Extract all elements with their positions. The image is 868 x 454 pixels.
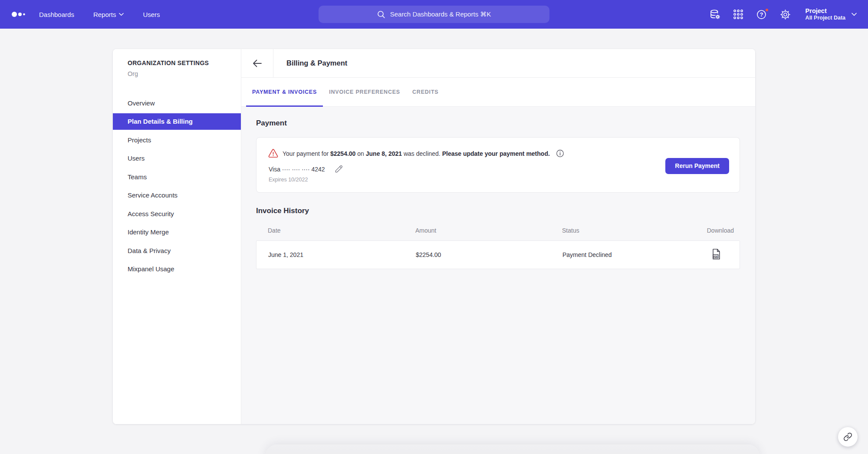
- apps-grid-icon[interactable]: [733, 9, 744, 20]
- nav-link-users-label: Users: [143, 11, 160, 18]
- nav-link-reports[interactable]: Reports: [93, 11, 124, 18]
- sidebar-item-identity-merge[interactable]: Identity Merge: [113, 224, 241, 240]
- mixpanel-logo-icon[interactable]: [11, 11, 32, 17]
- org-name: Org: [128, 70, 241, 77]
- chevron-down-icon: [852, 13, 857, 16]
- invoice-amount: $2254.00: [416, 251, 562, 258]
- tab-invoice-preferences[interactable]: INVOICE PREFERENCES: [323, 78, 406, 106]
- edit-pencil-icon[interactable]: [334, 164, 343, 174]
- invoice-table: Date Amount Status Download June 1, 2021…: [256, 220, 740, 269]
- tab-content: Payment Your payment for $2254.00 on Jun…: [241, 107, 755, 424]
- warning-text-1: Your payment for: [283, 150, 330, 157]
- card-number: Visa ···· ···· ···· 4242: [269, 166, 325, 173]
- invoice-download-cell: PDF: [686, 249, 733, 261]
- bottom-sheet-peek: [266, 444, 760, 454]
- back-arrow-icon: [253, 59, 262, 67]
- nav-link-dashboards-label: Dashboards: [39, 11, 74, 18]
- link-icon: [843, 432, 852, 441]
- chevron-down-icon: [119, 13, 124, 16]
- sidebar-item-projects[interactable]: Projects: [113, 132, 241, 148]
- payment-card: Your payment for $2254.00 on June 8, 202…: [256, 137, 740, 193]
- rerun-payment-button[interactable]: Rerun Payment: [665, 158, 729, 174]
- download-pdf-icon[interactable]: PDF: [712, 249, 720, 260]
- payment-details: Your payment for $2254.00 on June 8, 202…: [268, 149, 564, 183]
- top-nav: Dashboards Reports Users Search Dashboar…: [0, 0, 868, 29]
- sidebar-item-service-accounts[interactable]: Service Accounts: [113, 187, 241, 204]
- page-title: Billing & Payment: [273, 49, 347, 77]
- data-management-icon[interactable]: [709, 9, 721, 20]
- column-header-amount: Amount: [415, 227, 562, 234]
- project-switcher-text: Project All Project Data: [806, 7, 845, 22]
- project-value: All Project Data: [806, 15, 845, 22]
- org-settings-sidebar: ORGANIZATION SETTINGS Org Overview Plan …: [113, 49, 241, 424]
- tab-payment-invoices[interactable]: PAYMENT & INVOICES: [246, 78, 323, 106]
- sidebar-items: Overview Plan Details & Billing Projects…: [113, 95, 241, 277]
- back-button[interactable]: [241, 49, 273, 77]
- tab-credits[interactable]: CREDITS: [406, 78, 444, 106]
- warning-text-3: was declined.: [402, 150, 442, 157]
- column-header-date: Date: [268, 227, 415, 234]
- nav-link-dashboards[interactable]: Dashboards: [39, 11, 74, 18]
- search-input[interactable]: Search Dashboards & Reports ⌘K: [319, 6, 549, 23]
- sidebar-item-plan-details-billing[interactable]: Plan Details & Billing: [113, 113, 241, 130]
- nav-link-reports-label: Reports: [93, 11, 116, 18]
- sidebar-item-data-privacy[interactable]: Data & Privacy: [113, 242, 241, 259]
- nav-link-users[interactable]: Users: [143, 11, 160, 18]
- sidebar-heading: ORGANIZATION SETTINGS: [128, 59, 241, 66]
- nav-right-controls: ? Project All Project Data: [709, 0, 857, 29]
- warning-text-2: on: [355, 150, 365, 157]
- content-header: Billing & Payment: [241, 49, 755, 78]
- warning-text: Your payment for $2254.00 on June 8, 202…: [283, 150, 550, 157]
- settings-gear-icon[interactable]: [779, 9, 791, 20]
- warning-amount: $2254.00: [330, 150, 355, 157]
- column-header-download: Download: [686, 227, 734, 234]
- sidebar-item-users[interactable]: Users: [113, 150, 241, 167]
- warning-date: June 8, 2021: [366, 150, 402, 157]
- content-area: Billing & Payment PAYMENT & INVOICES INV…: [241, 49, 755, 424]
- sidebar-item-overview[interactable]: Overview: [113, 95, 241, 111]
- column-header-status: Status: [562, 227, 686, 234]
- info-icon[interactable]: [556, 149, 564, 158]
- payment-section-title: Payment: [256, 119, 740, 128]
- tab-bar: PAYMENT & INVOICES INVOICE PREFERENCES C…: [241, 78, 755, 107]
- payment-declined-warning: Your payment for $2254.00 on June 8, 202…: [268, 149, 564, 158]
- payment-method-row: Visa ···· ···· ···· 4242: [269, 164, 564, 174]
- sidebar-item-mixpanel-usage[interactable]: Mixpanel Usage: [113, 261, 241, 277]
- invoice-row: June 1, 2021 $2254.00 Payment Declined P…: [256, 240, 740, 269]
- share-link-button[interactable]: [838, 427, 858, 447]
- invoice-status: Payment Declined: [562, 251, 686, 258]
- card-expiry: Expires 10/2022: [269, 177, 564, 183]
- notification-badge: [765, 8, 769, 12]
- svg-text:?: ?: [760, 12, 763, 18]
- project-switcher[interactable]: Project All Project Data: [806, 7, 857, 22]
- invoice-history-title: Invoice History: [256, 207, 740, 215]
- search-placeholder: Search Dashboards & Reports ⌘K: [390, 10, 491, 18]
- settings-panel: ORGANIZATION SETTINGS Org Overview Plan …: [113, 49, 755, 424]
- sidebar-item-teams[interactable]: Teams: [113, 168, 241, 185]
- warning-triangle-icon: [268, 149, 278, 158]
- help-icon[interactable]: ?: [756, 9, 768, 20]
- warning-action: Please update your payment method.: [442, 150, 550, 157]
- nav-links: Dashboards Reports Users: [39, 11, 160, 18]
- invoice-history-section: Invoice History Date Amount Status Downl…: [256, 207, 740, 269]
- invoice-table-header: Date Amount Status Download: [256, 220, 740, 240]
- svg-text:PDF: PDF: [713, 255, 718, 258]
- search-icon: [377, 10, 385, 19]
- sidebar-item-access-security[interactable]: Access Security: [113, 205, 241, 222]
- project-label: Project: [806, 7, 845, 15]
- invoice-date: June 1, 2021: [268, 251, 416, 258]
